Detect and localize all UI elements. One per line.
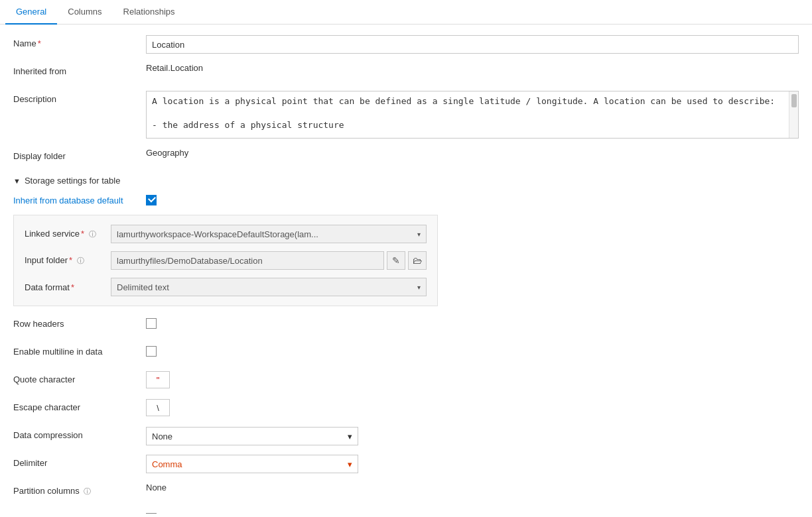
display-folder-text: Geography xyxy=(146,144,188,158)
data-format-chevron-icon: ▾ xyxy=(417,284,421,291)
storage-chevron-icon: ▼ xyxy=(13,177,21,185)
tab-relationships[interactable]: Relationships xyxy=(113,0,186,25)
enable-multiline-checkbox[interactable] xyxy=(146,346,157,357)
description-value: A location is a physical point that can … xyxy=(146,91,799,139)
row-headers-label: Row headers xyxy=(13,316,146,329)
name-value xyxy=(146,35,799,54)
row-headers-row: Row headers xyxy=(13,316,799,334)
data-format-label: Data format* xyxy=(25,282,111,292)
tab-bar: General Columns Relationships xyxy=(0,0,812,25)
input-folder-info-icon: ⓘ xyxy=(77,257,84,264)
linked-service-row: Linked service* ⓘ lamurthyworkspace-Work… xyxy=(25,225,427,243)
scrollbar-thumb xyxy=(791,94,797,107)
partition-columns-value: None xyxy=(146,483,799,492)
linked-service-chevron-icon: ▾ xyxy=(417,231,421,238)
quote-character-value: " xyxy=(146,371,799,388)
delimiter-row: Delimiter Comma ▾ xyxy=(13,455,799,473)
tab-general[interactable]: General xyxy=(5,0,57,25)
enable-multiline-value xyxy=(146,343,799,357)
storage-settings-box: Linked service* ⓘ lamurthyworkspace-Work… xyxy=(13,215,438,306)
delimiter-label: Delimiter xyxy=(13,455,146,468)
linked-service-select[interactable]: lamurthyworkspace-WorkspaceDefaultStorag… xyxy=(111,225,427,243)
name-row: Name* xyxy=(13,35,799,54)
appendable-value xyxy=(146,510,799,514)
name-input[interactable] xyxy=(146,35,799,54)
input-folder-row: Input folder* ⓘ ✎ 🗁 xyxy=(25,251,427,270)
input-folder-input[interactable] xyxy=(111,251,384,270)
quote-character-row: Quote character " xyxy=(13,371,799,390)
data-compression-label: Data compression xyxy=(13,427,146,440)
inherit-db-label: Inherit from database default xyxy=(13,196,146,205)
partition-columns-row: Partition columns ⓘ None xyxy=(13,483,799,501)
appendable-label: Appendable ⓘ xyxy=(13,510,146,514)
row-headers-checkbox[interactable] xyxy=(146,318,157,329)
inherited-from-value: Retail.Location xyxy=(146,63,799,73)
data-compression-row: Data compression None ▾ xyxy=(13,427,799,445)
partition-columns-label: Partition columns ⓘ xyxy=(13,483,146,496)
display-folder-value: Geography xyxy=(146,148,799,158)
delimiter-text: Comma xyxy=(152,459,182,469)
display-folder-label: Display folder xyxy=(13,148,146,161)
escape-character-box[interactable]: \ xyxy=(146,399,170,416)
data-format-select[interactable]: Delimited text ▾ xyxy=(111,278,427,296)
input-folder-input-row: ✎ 🗁 xyxy=(111,251,427,270)
storage-section-title: Storage settings for table xyxy=(25,176,121,186)
escape-character-label: Escape character xyxy=(13,399,146,412)
description-label: Description xyxy=(13,91,146,104)
partition-columns-info-icon: ⓘ xyxy=(84,487,91,495)
tab-columns[interactable]: Columns xyxy=(57,0,112,25)
data-compression-text: None xyxy=(152,431,172,441)
partition-columns-text: None xyxy=(146,479,167,492)
data-format-row: Data format* Delimited text ▾ xyxy=(25,278,427,296)
row-headers-value xyxy=(146,316,799,329)
edit-icon-button[interactable]: ✎ xyxy=(387,251,405,270)
data-compression-value: None ▾ xyxy=(146,427,799,445)
inherited-from-label: Inherited from xyxy=(13,63,146,76)
enable-multiline-row: Enable multiline in data xyxy=(13,343,799,362)
input-folder-label: Input folder* ⓘ xyxy=(25,255,111,266)
appendable-checkbox[interactable] xyxy=(146,513,157,514)
form-area: Name* Inherited from Retail.Location Des… xyxy=(0,25,812,514)
name-label: Name* xyxy=(13,35,146,48)
delimiter-value: Comma ▾ xyxy=(146,455,799,473)
folder-icon-button[interactable]: 🗁 xyxy=(408,251,427,270)
escape-character-value: \ xyxy=(146,399,799,416)
inherit-db-checkbox[interactable] xyxy=(146,195,157,205)
escape-character-row: Escape character \ xyxy=(13,399,799,418)
description-row: Description A location is a physical poi… xyxy=(13,91,799,139)
quote-character-box[interactable]: " xyxy=(146,371,170,388)
storage-section-header: ▼ Storage settings for table xyxy=(13,176,799,186)
delimiter-select[interactable]: Comma ▾ xyxy=(146,455,358,473)
display-folder-row: Display folder Geography xyxy=(13,148,799,166)
data-format-value: Delimited text xyxy=(117,282,415,292)
inherited-from-text: Retail.Location xyxy=(146,60,203,73)
delimiter-chevron-icon: ▾ xyxy=(348,459,352,469)
appendable-row: Appendable ⓘ xyxy=(13,510,799,514)
linked-service-value: lamurthyworkspace-WorkspaceDefaultStorag… xyxy=(117,229,415,239)
inherit-db-checkbox-wrapper xyxy=(146,195,157,205)
inherited-from-row: Inherited from Retail.Location xyxy=(13,63,799,82)
enable-multiline-label: Enable multiline in data xyxy=(13,343,146,357)
description-scrollbar[interactable] xyxy=(789,91,798,138)
description-textarea[interactable]: A location is a physical point that can … xyxy=(147,91,798,138)
description-wrapper: A location is a physical point that can … xyxy=(146,91,799,139)
linked-service-info-icon: ⓘ xyxy=(89,230,96,238)
data-compression-select[interactable]: None ▾ xyxy=(146,427,358,445)
data-compression-chevron-icon: ▾ xyxy=(348,431,352,441)
linked-service-label: Linked service* ⓘ xyxy=(25,229,111,239)
quote-character-label: Quote character xyxy=(13,371,146,384)
inherit-db-row: Inherit from database default xyxy=(13,195,799,205)
